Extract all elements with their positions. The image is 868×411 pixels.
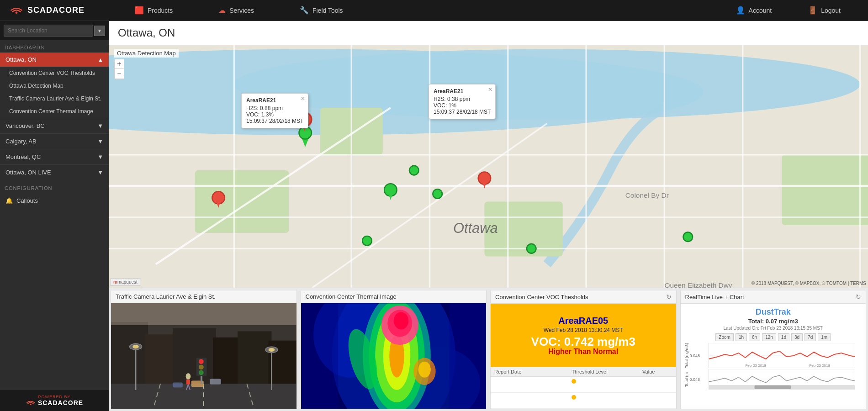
svg-text:Colonel By Dr: Colonel By Dr <box>625 191 669 199</box>
nav-products[interactable]: 🟥 Products <box>112 6 196 15</box>
map-attribution: © 2018 MAPQUEST, © MAPBOX, © TOMTOM | TE… <box>752 281 866 286</box>
thermal-content <box>301 303 487 409</box>
nav-services[interactable]: ☁ Services <box>196 6 277 15</box>
sidebar-item-montreal[interactable]: Montreal, QC ▼ <box>0 149 109 164</box>
chart-inner: DustTrak Total: 0.07 mg/m3 Last Updated … <box>681 304 866 409</box>
content-area: Ottawa, ON Ottawa Detection Map <box>109 21 868 411</box>
top-nav: SCADACORE 🟥 Products ☁ Services 🔧 Field … <box>0 0 868 21</box>
chart-y-value-bottom: 0.048 <box>690 377 700 382</box>
nav-fieldtools[interactable]: 🔧 Field Tools <box>277 6 366 15</box>
svg-point-67 <box>132 345 139 348</box>
zoom-1h[interactable]: 1h <box>736 333 747 341</box>
zoom-1d[interactable]: 1d <box>778 333 789 341</box>
nav-products-label: Products <box>148 7 173 14</box>
svg-point-70 <box>269 348 275 352</box>
svg-text:Ottawa: Ottawa <box>453 220 498 236</box>
sidebar-item-ottawa-live[interactable]: Ottawa, ON LIVE ▼ <box>0 164 109 180</box>
svg-point-1 <box>30 404 31 405</box>
map-container[interactable]: Ottawa Rue-Wellington Colonel By Dr Quee… <box>109 45 868 288</box>
powered-by-label: POWERED BY <box>38 395 70 399</box>
ottawa-chevron-icon: ▲ <box>98 57 103 63</box>
traffic-cam-panel: Traffic Camera Laurier Ave & Elgin St. <box>111 290 297 409</box>
montreal-chevron-icon: ▼ <box>97 153 103 160</box>
threshold-dot-2 <box>572 395 576 400</box>
nav-right: 👤 Account 🚪 Logout <box>718 6 859 15</box>
svg-rect-9 <box>782 155 868 225</box>
sidebar-search-container: ▼ <box>0 21 109 40</box>
svg-rect-52 <box>111 303 296 325</box>
footer-logo: SCADACORE <box>26 399 83 406</box>
zoom-in-button[interactable]: + <box>114 59 124 69</box>
svg-rect-58 <box>210 379 221 385</box>
voc-content: AreaRAE05 Wed Feb 28 2018 13:30:24 MST V… <box>491 304 676 409</box>
chart-title: RealTime Live + Chart <box>685 294 744 300</box>
logout-icon: 🚪 <box>808 6 817 15</box>
voc-panel: Convention Center VOC Thesholds ↻ AreaRA… <box>490 290 677 409</box>
voc-refresh-icon[interactable]: ↻ <box>666 293 672 300</box>
map-popup-2: ✕ AreaRAE21 H2S: 0.38 ppm VOC: 1% 15:09:… <box>429 84 496 119</box>
sidebar-item-calgary[interactable]: Calgary, AB ▼ <box>0 133 109 149</box>
svg-point-89 <box>418 362 430 378</box>
sidebar-sub-traffic[interactable]: Traffic Camera Laurier Ave & Elgin St. <box>0 92 109 105</box>
voc-row2-date: Wed Feb 28 201813:30:18 MST <box>491 393 568 409</box>
sidebar-sub-detection[interactable]: Ottawa Detection Map <box>0 79 109 92</box>
sidebar-footer: POWERED BY SCADACORE <box>0 390 109 411</box>
voc-row2-value: 0.726mg/m3 <box>639 393 676 409</box>
sidebar-callouts[interactable]: 🔔 Callouts <box>0 193 109 208</box>
chart-y-label-top: Total (mg/m3) <box>684 343 689 368</box>
popup-2-title: AreaRAE21 <box>434 88 491 95</box>
logo-icon <box>9 5 24 16</box>
zoom-label[interactable]: Zoom <box>715 333 734 341</box>
nav-logout[interactable]: 🚪 Logout <box>790 6 859 15</box>
chart-content: DustTrak Total: 0.07 mg/m3 Last Updated … <box>681 304 866 409</box>
zoom-1m[interactable]: 1m <box>818 333 831 341</box>
search-input[interactable] <box>4 25 93 37</box>
logo[interactable]: SCADACORE <box>9 5 85 16</box>
popup-2-close-icon[interactable]: ✕ <box>488 86 492 93</box>
sidebar-item-ottawa-on[interactable]: Ottawa, ON ▲ <box>0 53 109 67</box>
nav-logout-label: Logout <box>821 7 841 14</box>
popup-1-close-icon[interactable]: ✕ <box>301 95 305 102</box>
zoom-out-button[interactable]: − <box>114 69 124 79</box>
chart-refresh-icon[interactable]: ↻ <box>856 293 861 300</box>
page-title: Ottawa, ON <box>118 26 859 39</box>
sidebar-sub-voc[interactable]: Convention Center VOC Thesholds <box>0 67 109 79</box>
zoom-12h[interactable]: 12h <box>762 333 776 341</box>
chart-svg-bottom <box>702 369 862 390</box>
ottawa-on-label: Ottawa, ON <box>5 56 37 63</box>
sidebar-sub-thermal[interactable]: Convention Center Thermal Image <box>0 105 109 118</box>
voc-title: Convention Center VOC Thesholds <box>495 294 588 300</box>
chart-panel: RealTime Live + Chart ↻ DustTrak Total: … <box>680 290 867 409</box>
sidebar-item-vancouver[interactable]: Vancouver, BC ▼ <box>0 118 109 133</box>
threshold-dot-1 <box>572 379 576 384</box>
map-label: Ottawa Detection Map <box>114 49 179 58</box>
popup-1-time: 15:09:37 28/02/18 MST <box>246 118 303 124</box>
callouts-label: Callouts <box>16 197 38 204</box>
thermal-header: Convention Center Thermal Image <box>301 290 487 303</box>
zoom-6h[interactable]: 6h <box>749 333 760 341</box>
voc-col-date: Report Date <box>491 367 568 377</box>
svg-rect-91 <box>449 303 486 409</box>
account-icon: 👤 <box>736 6 745 15</box>
nav-account[interactable]: 👤 Account <box>718 6 790 15</box>
popup-2-time: 15:09:37 28/02/18 MST <box>434 109 491 115</box>
table-row: Wed Feb 28 201813:30:24 MST Higher ThanN… <box>491 377 676 393</box>
fieldtools-icon: 🔧 <box>300 6 309 15</box>
svg-text:13:14: 13:14 <box>810 367 819 368</box>
ottawa-live-chevron-icon: ▼ <box>97 169 103 176</box>
voc-row2-threshold: Higher ThanNormal <box>568 393 639 409</box>
popup-2-voc: VOC: 1% <box>434 102 491 109</box>
popup-1-voc: VOC: 1.3% <box>246 111 303 118</box>
zoom-7d[interactable]: 7d <box>804 333 816 341</box>
svg-point-38 <box>409 166 419 175</box>
svg-point-86 <box>393 312 408 330</box>
sidebar: ▼ DASHBOARDS Ottawa, ON ▲ Convention Cen… <box>0 21 109 411</box>
voc-row1-date: Wed Feb 28 201813:30:24 MST <box>491 377 568 393</box>
services-icon: ☁ <box>218 6 226 15</box>
search-dropdown-arrow[interactable]: ▼ <box>94 26 105 36</box>
nav-fieldtools-label: Field Tools <box>312 7 343 14</box>
thermal-image <box>301 303 487 409</box>
svg-rect-90 <box>301 303 338 409</box>
svg-point-64 <box>199 370 204 375</box>
zoom-3d[interactable]: 3d <box>791 333 803 341</box>
